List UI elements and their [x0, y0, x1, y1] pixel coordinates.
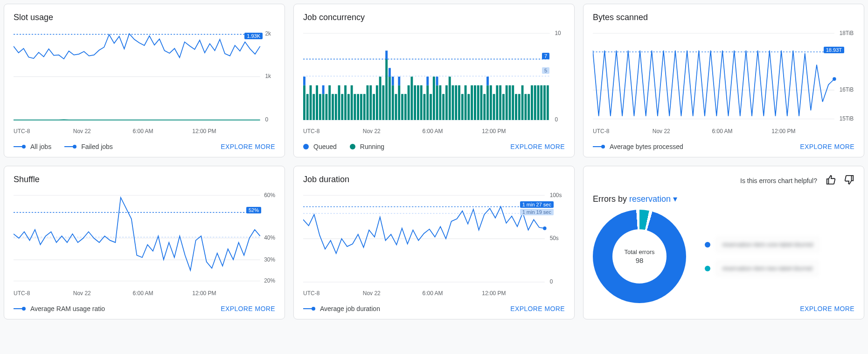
svg-rect-11	[303, 77, 306, 85]
explore-more-link[interactable]: EXPLORE MORE	[800, 143, 854, 150]
svg-rect-49	[408, 85, 410, 120]
svg-rect-66	[455, 85, 457, 120]
svg-rect-86	[515, 94, 517, 120]
legend-item[interactable]: reservation-item-two-label-blurred	[705, 262, 819, 275]
svg-rect-91	[531, 85, 533, 120]
svg-rect-10	[303, 85, 306, 120]
svg-text:0: 0	[555, 116, 558, 123]
svg-rect-96	[547, 85, 549, 120]
svg-rect-26	[347, 94, 350, 120]
svg-rect-68	[461, 94, 464, 120]
card-title: Bytes scanned	[593, 13, 854, 22]
svg-rect-33	[369, 85, 372, 120]
thumbs-up-icon[interactable]	[826, 175, 836, 186]
svg-point-122	[543, 227, 547, 230]
svg-rect-83	[506, 85, 508, 120]
svg-rect-78	[490, 85, 492, 120]
dashboard-grid: Slot usage 2k 1k 0 1.93K UTC-8Nov 226:00…	[4, 4, 864, 319]
badge: 7	[542, 53, 549, 59]
card-title: Slot usage	[14, 13, 275, 22]
svg-rect-30	[360, 94, 362, 120]
card-slot-usage: Slot usage 2k 1k 0 1.93K UTC-8Nov 226:00…	[4, 4, 285, 157]
donut-label: Total errors	[624, 248, 654, 255]
legend-label: Average job duration	[320, 305, 380, 312]
svg-rect-50	[410, 77, 413, 120]
errors-title: Errors by reservation ▾	[593, 194, 854, 204]
svg-rect-46	[398, 77, 400, 85]
chart-bytes-scanned: 18TiB 16TiB 15TiB 18.93T	[593, 27, 854, 125]
svg-rect-80	[496, 85, 498, 120]
svg-rect-82	[502, 94, 505, 120]
explore-more-link[interactable]: EXPLORE MORE	[221, 305, 275, 312]
svg-rect-70	[467, 94, 470, 120]
svg-rect-14	[312, 94, 315, 120]
svg-rect-64	[449, 77, 451, 120]
x-axis: UTC-8Nov 226:00 AM12:00 PM	[14, 290, 275, 297]
svg-rect-39	[385, 50, 388, 59]
svg-rect-62	[442, 94, 444, 120]
legend-label: Average bytes processed	[610, 143, 683, 150]
card-errors: Is this errors chart helpful? Errors by …	[583, 166, 864, 319]
svg-rect-67	[458, 85, 460, 120]
explore-more-link[interactable]: EXPLORE MORE	[800, 305, 854, 312]
badge: 52%	[246, 207, 261, 213]
svg-rect-58	[433, 77, 435, 120]
legend-label: Queued	[313, 143, 337, 150]
svg-rect-15	[316, 85, 318, 120]
svg-rect-19	[325, 94, 327, 120]
svg-rect-34	[373, 94, 375, 120]
donut-value: 98	[624, 256, 654, 264]
groupby-dropdown[interactable]: reservation ▾	[629, 194, 677, 204]
x-axis: UTC-8Nov 226:00 AM12:00 PM	[303, 290, 565, 297]
svg-rect-93	[537, 85, 540, 120]
svg-rect-18	[322, 85, 325, 94]
svg-rect-77	[486, 77, 489, 85]
svg-text:30%: 30%	[264, 256, 275, 263]
svg-point-103	[833, 77, 836, 81]
legend: Average bytes processed	[593, 143, 683, 150]
explore-more-link[interactable]: EXPLORE MORE	[221, 143, 275, 150]
x-axis: UTC-8Nov 226:00 AM12:00 PM	[593, 128, 854, 135]
svg-rect-41	[389, 68, 391, 77]
svg-text:18TiB: 18TiB	[840, 29, 854, 36]
svg-rect-59	[436, 85, 438, 120]
svg-text:40%: 40%	[264, 234, 275, 241]
legend: All jobs Failed jobs	[14, 143, 113, 150]
svg-text:2k: 2k	[265, 30, 271, 37]
badge-light: 1 min 19 sec	[520, 209, 554, 215]
svg-rect-53	[420, 85, 423, 120]
svg-rect-56	[426, 77, 429, 85]
svg-rect-85	[512, 85, 514, 120]
svg-rect-51	[414, 85, 416, 120]
svg-rect-47	[401, 94, 403, 120]
chart-slot-usage: 2k 1k 0 1.93K	[14, 27, 275, 125]
card-shuffle: Shuffle 60% 40% 30% 20% 52% UTC-8Nov 226…	[4, 166, 285, 319]
thumbs-down-icon[interactable]	[844, 175, 854, 186]
badge: 1 min 27 sec	[520, 201, 554, 208]
explore-more-link[interactable]: EXPLORE MORE	[510, 305, 565, 312]
svg-rect-23	[338, 85, 340, 120]
chart-job-duration: 100s 50s 0 1 min 27 sec 1 min 19 sec	[303, 189, 565, 287]
svg-rect-40	[389, 77, 391, 120]
errors-legend: reservation-item-one-label-blurred reser…	[705, 238, 819, 275]
svg-text:50s: 50s	[550, 235, 559, 241]
legend-item[interactable]: reservation-item-one-label-blurred	[705, 238, 819, 251]
legend: Queued Running	[303, 143, 384, 150]
feedback-row: Is this errors chart helpful?	[593, 175, 854, 186]
svg-rect-55	[426, 85, 429, 120]
svg-rect-29	[357, 94, 359, 120]
svg-rect-22	[335, 94, 337, 120]
svg-rect-31	[363, 94, 366, 120]
svg-text:1k: 1k	[265, 73, 271, 79]
chart-job-concurrency: 10 0 7 5	[303, 27, 565, 125]
svg-rect-42	[392, 85, 394, 120]
explore-more-link[interactable]: EXPLORE MORE	[510, 143, 565, 150]
svg-rect-89	[524, 94, 527, 120]
svg-rect-63	[445, 85, 448, 120]
svg-rect-32	[367, 85, 369, 120]
svg-rect-88	[521, 85, 524, 120]
svg-text:15TiB: 15TiB	[840, 115, 854, 122]
svg-text:16TiB: 16TiB	[840, 86, 854, 93]
card-title: Job duration	[303, 175, 565, 184]
svg-rect-48	[404, 94, 407, 120]
